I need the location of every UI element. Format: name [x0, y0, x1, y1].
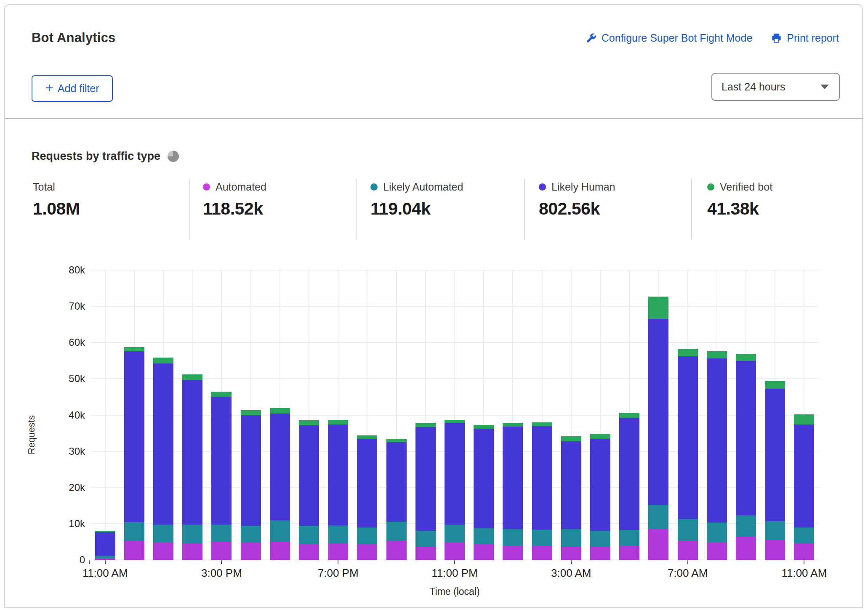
y-tick-label: 60k — [38, 336, 85, 349]
stacked-bar-4-00-pm[interactable] — [241, 410, 261, 560]
y-tick-label: 30k — [38, 445, 85, 458]
stacked-bar-10-00-am[interactable] — [765, 381, 785, 560]
segment-automated — [707, 542, 727, 560]
bar-cell — [673, 270, 702, 560]
stacked-bar-5-00-am[interactable] — [619, 413, 639, 560]
stacked-bar-12-00-pm[interactable] — [124, 347, 144, 560]
segment-likely-human — [211, 397, 232, 525]
stacked-bar-11-00-pm[interactable] — [445, 420, 465, 560]
x-tick-mark — [338, 560, 338, 564]
segment-likely-automated — [648, 505, 668, 529]
segment-automated — [328, 543, 348, 560]
segment-likely-automated — [124, 522, 144, 541]
segment-verified-bot — [415, 423, 436, 427]
segment-likely-automated — [153, 525, 173, 542]
segment-likely-human — [95, 532, 115, 556]
legend-dot — [370, 183, 378, 191]
stacked-bar-5-00-pm[interactable] — [270, 408, 290, 560]
x-tick-label: 11:00 AM — [781, 567, 827, 580]
x-tick-label: 11:00 AM — [83, 567, 128, 580]
bar-cell — [411, 270, 440, 560]
segment-likely-human — [299, 425, 319, 526]
configure-super-bot-fight-mode-link[interactable]: Configure Super Bot Fight Mode — [586, 32, 753, 44]
bar-cell — [178, 270, 207, 560]
bar-cell — [236, 270, 265, 560]
segment-verified-bot — [765, 381, 785, 389]
stat-label-row: Likely Human — [539, 181, 615, 193]
stacked-bar-7-00-am[interactable] — [678, 349, 698, 560]
time-range-value: Last 24 hours — [722, 81, 785, 93]
segment-verified-bot — [299, 420, 319, 425]
segment-likely-automated — [794, 528, 814, 543]
segment-likely-human — [765, 389, 785, 521]
print-link-label: Print report — [787, 32, 839, 44]
stat-label-row: Likely Automated — [370, 181, 463, 193]
segment-verified-bot — [182, 374, 202, 380]
segment-verified-bot — [474, 425, 494, 429]
stat-label: Likely Human — [551, 181, 615, 193]
stacked-bar-4-00-am[interactable] — [590, 434, 610, 560]
stacked-bar-3-00-am[interactable] — [561, 436, 581, 560]
stacked-bar-2-00-am[interactable] — [532, 422, 552, 560]
stacked-bar-8-00-am[interactable] — [707, 351, 727, 560]
segment-automated — [503, 546, 523, 560]
segment-automated — [736, 537, 756, 560]
segment-automated — [532, 546, 552, 560]
segment-automated — [474, 544, 494, 560]
segment-likely-automated — [736, 515, 756, 537]
segment-likely-human — [678, 356, 698, 519]
stacked-bar-3-00-pm[interactable] — [211, 392, 232, 560]
segment-automated — [182, 543, 202, 560]
stacked-bar-11-00-am[interactable] — [95, 531, 115, 560]
bar-cell — [440, 270, 469, 560]
segment-verified-bot — [270, 408, 290, 414]
stat-value: 41.38k — [707, 199, 772, 219]
legend-dot — [539, 183, 546, 191]
stacked-bar-1-00-am[interactable] — [503, 423, 523, 560]
stacked-bar-12-00-am[interactable] — [474, 425, 494, 560]
segment-likely-automated — [503, 529, 523, 546]
segment-automated — [357, 544, 377, 560]
stacked-bar-9-00-am[interactable] — [736, 354, 756, 560]
segment-automated — [241, 543, 261, 560]
bar-cell — [702, 270, 731, 560]
stacked-bar-1-00-pm[interactable] — [153, 358, 173, 560]
stacked-bar-2-00-pm[interactable] — [182, 374, 202, 560]
segment-likely-human — [503, 427, 523, 529]
segment-automated — [124, 541, 144, 560]
segment-likely-human — [386, 442, 407, 522]
stacked-bar-10-00-pm[interactable] — [415, 423, 436, 560]
add-filter-button[interactable]: Add filter — [32, 75, 113, 102]
stacked-bar-6-00-pm[interactable] — [299, 420, 319, 560]
bar-cell — [615, 270, 644, 560]
y-tick-label: 50k — [38, 372, 85, 385]
x-tick-mark — [571, 560, 572, 564]
stacked-bar-8-00-pm[interactable] — [357, 435, 377, 560]
segment-likely-automated — [561, 529, 581, 547]
legend-dot — [203, 183, 210, 191]
bar-cell — [586, 270, 615, 560]
segment-likely-automated — [241, 526, 261, 543]
segment-likely-automated — [765, 521, 785, 540]
stacked-bar-6-00-am[interactable] — [648, 297, 668, 560]
stacked-bar-7-00-pm[interactable] — [328, 420, 348, 560]
time-range-dropdown[interactable]: Last 24 hours — [711, 73, 840, 101]
x-tick-mark — [454, 560, 455, 564]
print-report-link[interactable]: Print report — [771, 32, 839, 44]
segment-likely-human — [532, 426, 552, 529]
bar-cell — [207, 270, 236, 560]
stat-label: Total — [33, 181, 55, 193]
stat-likely-automated: Likely Automated119.04k — [370, 181, 463, 219]
segment-verified-bot — [386, 439, 407, 443]
printer-icon — [771, 32, 782, 44]
segment-likely-automated — [357, 528, 377, 544]
stacked-bar-11-00-am[interactable] — [794, 414, 814, 560]
segment-verified-bot — [648, 297, 668, 319]
segment-automated — [299, 544, 319, 560]
stacked-bar-9-00-pm[interactable] — [386, 439, 407, 560]
x-tick-mark — [221, 560, 222, 564]
x-tick-label: 3:00 PM — [201, 567, 242, 580]
segment-verified-bot — [153, 358, 173, 363]
stat-verified-bot: Verified bot41.38k — [707, 181, 772, 219]
segment-likely-human — [561, 441, 581, 529]
